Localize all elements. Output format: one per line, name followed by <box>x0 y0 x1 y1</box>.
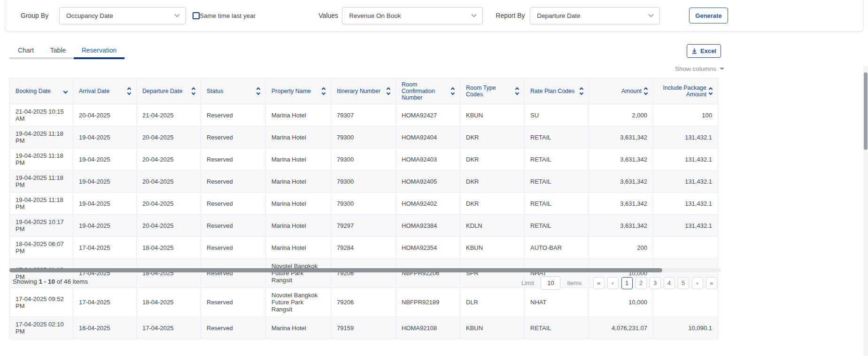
table-cell: 17-04-2025 <box>73 237 137 259</box>
page-button-3[interactable]: 3 <box>650 277 661 289</box>
same-time-last-year-checkbox[interactable] <box>193 12 200 19</box>
column-header-label: Include Package Amount <box>659 85 706 98</box>
column-header-rate-plan-codes[interactable]: Rate Plan Codes <box>525 78 589 104</box>
filter-toolbar: Group By Occupancy Date Same time last y… <box>5 0 864 31</box>
column-header-room-type-codes[interactable]: Room Type Codes <box>460 78 525 104</box>
show-columns-label: Show columns <box>675 65 716 72</box>
table-cell: Reserved <box>201 288 266 317</box>
next-page-button[interactable]: › <box>692 277 703 289</box>
column-header-label: Room Confirmation Number <box>402 81 449 101</box>
column-header-booking-date[interactable]: Booking Date <box>10 78 73 104</box>
table-cell: RETAIL <box>525 148 589 170</box>
chevron-down-icon <box>174 12 179 17</box>
table-cell: HOMA92108 <box>396 317 460 339</box>
limit-input[interactable] <box>541 276 560 290</box>
table-cell: 3,631,342 <box>589 148 653 170</box>
pagination-bar: Limit items «‹12345›» <box>521 276 717 290</box>
table-cell: 19-04-2025 <box>73 215 137 237</box>
table-cell: 79206 <box>331 288 396 317</box>
last-page-button[interactable]: » <box>706 277 717 289</box>
values-select[interactable]: Revenue On Book <box>342 7 483 24</box>
column-header-label: Room Type Codes <box>466 85 513 98</box>
table-cell: DKR <box>460 148 525 170</box>
table-cell: 79300 <box>331 193 396 215</box>
tab-chart[interactable]: Chart <box>9 43 42 57</box>
page-button-2[interactable]: 2 <box>636 277 647 289</box>
table-cell: 10,000 <box>589 288 653 317</box>
group-by-select[interactable]: Occupancy Date <box>59 7 186 24</box>
previous-page-button[interactable]: ‹ <box>607 277 619 289</box>
table-cell: AUTO-BAR <box>525 237 589 259</box>
vertical-scrollbar-thumb[interactable] <box>864 72 868 150</box>
table-cell: 21-04-2025 10:15 AM <box>10 104 73 126</box>
column-header-departure-date[interactable]: Departure Date <box>137 78 201 104</box>
table-cell: Marina Hotel <box>266 317 331 339</box>
horizontal-scrollbar-thumb[interactable] <box>9 268 662 272</box>
table-cell: RETAIL <box>525 170 589 193</box>
table-row: 19-04-2025 11:18 PM19-04-202520-04-2025R… <box>10 170 718 193</box>
column-header-label: Booking Date <box>16 88 51 94</box>
excel-export-button[interactable]: Excel <box>687 44 721 58</box>
table-cell: RETAIL <box>525 317 589 339</box>
column-header-label: Itinerary Number <box>337 88 380 94</box>
table-cell: Reserved <box>201 193 266 215</box>
table-cell: 17-04-2025 09:52 PM <box>10 288 73 317</box>
table-cell: 19-04-2025 11:18 PM <box>10 148 73 170</box>
show-columns-button[interactable]: Show columns <box>675 65 724 72</box>
column-header-include-package-amount[interactable]: Include Package Amount <box>653 78 718 104</box>
page-button-1[interactable]: 1 <box>621 277 633 289</box>
sort-icon <box>451 88 454 94</box>
column-header-arrival-date[interactable]: Arrival Date <box>73 78 137 104</box>
table-cell: 79284 <box>331 237 396 259</box>
table-cell: 20-04-2025 <box>73 104 137 126</box>
tab-table[interactable]: Table <box>42 43 74 57</box>
tab-reservation[interactable]: Reservation <box>74 43 124 57</box>
table-cell: Marina Hotel <box>266 104 331 126</box>
column-header-status[interactable]: Status <box>201 78 266 104</box>
chevron-down-icon <box>649 12 654 17</box>
table-cell: 19-04-2025 <box>73 193 137 215</box>
column-header-property-name[interactable]: Property Name <box>266 78 331 104</box>
chevron-down-icon <box>472 12 477 17</box>
vertical-scrollbar <box>863 66 868 356</box>
column-header-label: Property Name <box>271 88 311 94</box>
showing-suffix: of 46 items <box>57 278 88 285</box>
table-cell: HOMA92384 <box>396 215 460 237</box>
sort-icon <box>192 88 195 94</box>
table-cell: RETAIL <box>525 126 589 148</box>
column-header-label: Departure Date <box>142 88 182 94</box>
table-row: 18-04-2025 06:07 PM17-04-202518-04-2025R… <box>10 237 718 259</box>
table-cell: 79300 <box>331 148 396 170</box>
page-button-4[interactable]: 4 <box>664 277 675 289</box>
showing-summary: Showing 1 - 10 of 46 items <box>13 278 88 285</box>
table-row: 17-04-2025 02:10 PM16-04-202517-04-2025R… <box>10 317 718 339</box>
table-cell: 2,000 <box>589 104 653 126</box>
page-button-5[interactable]: 5 <box>678 277 689 289</box>
table-cell: RETAIL <box>525 193 589 215</box>
table-cell: 18-04-2025 <box>137 259 201 288</box>
limit-label: Limit <box>521 279 534 286</box>
table-row: 17-04-2025 09:52 PM17-04-202518-04-2025R… <box>10 288 718 317</box>
sort-icon <box>387 88 390 94</box>
table-cell <box>653 288 718 317</box>
table-cell: KDLN <box>460 215 525 237</box>
table-cell: 131,432.1 <box>653 215 718 237</box>
column-header-room-confirmation-number[interactable]: Room Confirmation Number <box>396 78 460 104</box>
report-by-label: Report By <box>496 12 530 19</box>
first-page-button[interactable]: « <box>593 277 604 289</box>
table-cell: 100 <box>653 104 718 126</box>
table-cell: 21-04-2025 <box>137 104 201 126</box>
column-header-amount[interactable]: Amount <box>589 78 653 104</box>
column-header-itinerary-number[interactable]: Itinerary Number <box>331 78 396 104</box>
table-cell: Reserved <box>201 126 266 148</box>
table-cell: 17-04-2025 <box>137 317 201 339</box>
table-cell: 79300 <box>331 126 396 148</box>
table-cell: 19-04-2025 11:18 PM <box>10 193 73 215</box>
report-by-select[interactable]: Departure Date <box>530 7 660 24</box>
column-header-label: Amount <box>621 88 642 94</box>
table-cell: Marina Hotel <box>266 237 331 259</box>
table-cell: Reserved <box>201 259 266 288</box>
generate-button[interactable]: Generate <box>689 8 728 23</box>
table-row: 19-04-2025 10:17 PM19-04-202520-04-2025R… <box>10 215 718 237</box>
table-cell: Marina Hotel <box>266 215 331 237</box>
